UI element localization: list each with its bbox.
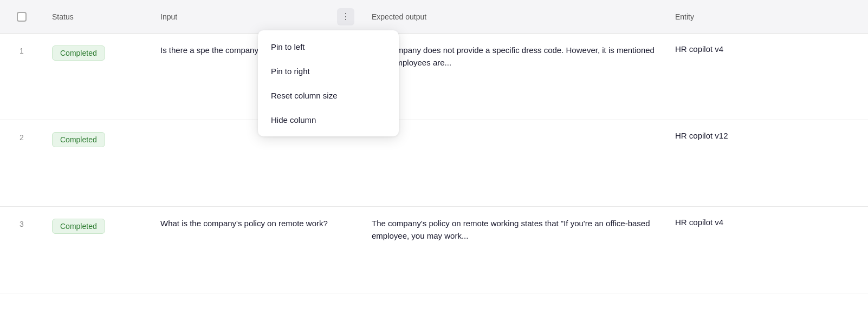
header-input-cell: Input ⋮ xyxy=(152,8,363,25)
status-badge: Completed xyxy=(52,45,105,61)
menu-item-pin-left[interactable]: Pin to left xyxy=(258,35,399,59)
row-number: 1 xyxy=(0,44,43,55)
header-entity: Entity xyxy=(666,12,868,21)
header-checkbox-cell xyxy=(0,12,43,22)
row-input-cell: What is the company's policy on remote w… xyxy=(152,218,363,230)
data-table: Status Input ⋮ Expected output Entity Pi… xyxy=(0,0,868,315)
row-entity-cell: HR copilot v4 xyxy=(666,44,868,54)
header-status: Status xyxy=(43,12,152,21)
row-number: 3 xyxy=(0,218,43,228)
row-number: 2 xyxy=(0,131,43,142)
status-badge: Completed xyxy=(52,219,105,234)
row-entity-cell: HR copilot v12 xyxy=(666,131,868,140)
row-entity-cell: HR copilot v4 xyxy=(666,218,868,227)
context-menu: Pin to left Pin to right Reset column si… xyxy=(258,30,399,136)
table-row: 3 Completed What is the company's policy… xyxy=(0,207,868,293)
menu-item-hide-col[interactable]: Hide column xyxy=(258,108,399,132)
table-header: Status Input ⋮ Expected output Entity xyxy=(0,0,868,34)
table-row: 2 Completed HR copilot v12 xyxy=(0,120,868,207)
row-status-cell: Completed xyxy=(43,131,152,147)
table-row: 1 Completed Is there a spe the company' … xyxy=(0,34,868,120)
three-dot-icon: ⋮ xyxy=(341,11,351,22)
row-expected-cell: The company's policy on remote working s… xyxy=(363,218,666,242)
header-expected: Expected output xyxy=(363,12,666,21)
column-options-button[interactable]: ⋮ xyxy=(337,8,354,25)
row-expected-cell: The company does not provide a specific … xyxy=(363,44,666,69)
header-input-label: Input xyxy=(160,12,177,21)
select-all-checkbox[interactable] xyxy=(17,12,27,22)
menu-item-reset-col-size[interactable]: Reset column size xyxy=(258,83,399,108)
menu-item-pin-right[interactable]: Pin to right xyxy=(258,59,399,83)
row-status-cell: Completed xyxy=(43,218,152,234)
row-status-cell: Completed xyxy=(43,44,152,61)
status-badge: Completed xyxy=(52,132,105,147)
